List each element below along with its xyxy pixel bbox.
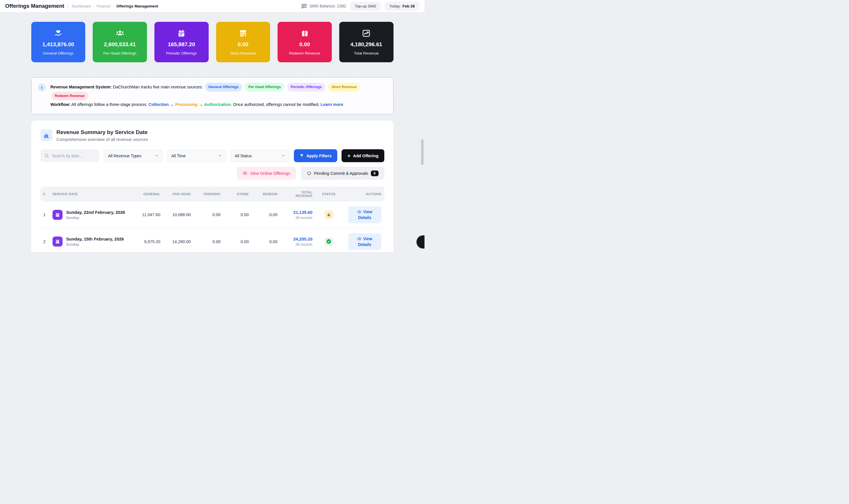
pending-commit-approvals-label: Pending Commit & Approvals — [314, 171, 368, 176]
filter-time-select[interactable]: All Time — [167, 149, 226, 162]
search-input[interactable] — [52, 153, 96, 158]
lock-icon — [327, 213, 331, 217]
store-amount: 0.00 — [223, 228, 252, 252]
scrollbar-thumb[interactable] — [421, 139, 423, 165]
view-online-offerings-label: View Online Offerings — [250, 171, 290, 176]
stat-label: Total Revenue — [342, 51, 391, 55]
sms-chat-icon — [301, 3, 307, 9]
stat-value: 165,887.20 — [157, 41, 206, 48]
stat-card-redeem-revenue: 0.00 Redeem Revenue — [277, 22, 332, 62]
page-title: Offerings Management — [5, 3, 64, 9]
badge-redeem-revenue: Redeem Revenue — [51, 92, 88, 101]
stat-label: Per Head Offerings — [95, 51, 145, 55]
records-count: 39 records — [283, 216, 312, 220]
breadcrumb-dashboard[interactable]: Dashboard — [72, 4, 91, 8]
status-badge — [325, 210, 333, 219]
top-bar: Offerings Management Dashboard - Finance… — [0, 0, 424, 12]
workflow-stage-collection: Collection — [148, 102, 168, 107]
breadcrumb-finance[interactable]: Finance — [96, 4, 110, 8]
periodic-amount: 0.00 — [194, 228, 223, 252]
view-details-button[interactable]: View Details — [348, 206, 381, 223]
redeem-amount: 0.00 — [252, 228, 281, 252]
add-offering-button[interactable]: + Add Offering — [342, 149, 384, 162]
add-offering-label: Add Offering — [353, 154, 379, 158]
sms-balance: SMS Balance: 2392 — [301, 3, 346, 9]
revenue-summary-panel: Revenue Summary by Service Date Comprehe… — [31, 121, 394, 252]
users-icon — [95, 29, 145, 38]
stat-value: 1,413,876.00 — [34, 41, 83, 48]
stat-cards: 1,413,876.00 General Offerings 2,600,533… — [31, 22, 394, 62]
info-banner: ! Revenue Management System: DaChurchMan… — [31, 77, 394, 114]
breadcrumb-current: Offerings Management — [116, 4, 158, 8]
col-total-revenue: TOTAL REVENUE — [281, 186, 315, 201]
eye-icon — [242, 171, 248, 176]
search-icon — [44, 153, 49, 158]
workflow-intro: All offerings follow a three-stage proce… — [71, 102, 147, 107]
badge-store-revenue: Store Revenue — [328, 83, 360, 92]
chat-fab-button[interactable] — [416, 235, 424, 249]
store-amount: 0.00 — [223, 201, 252, 228]
per-head-amount: 10,088.00 — [163, 201, 194, 228]
search-box — [40, 149, 100, 162]
today-chip: Today: Feb 28 — [385, 2, 419, 11]
workflow-heading: Workflow: — [51, 102, 71, 107]
col-store: STORE — [223, 186, 252, 201]
stat-label: General Offerings — [34, 51, 83, 55]
secondary-actions-row: View Online Offerings Pending Commit & A… — [40, 167, 384, 180]
stat-card-total-revenue: 4,180,296.61 Total Revenue — [339, 22, 394, 62]
stat-value: 4,180,296.61 — [342, 41, 391, 48]
filter-revenue-types-select[interactable]: All Revenue Types — [104, 149, 163, 162]
bar-chart-icon — [40, 129, 53, 141]
apply-filters-button[interactable]: Apply Filters — [294, 149, 338, 162]
panel-titles: Revenue Summary by Service Date Comprehe… — [56, 129, 148, 142]
breadcrumb: Dashboard - Finance - Offerings Manageme… — [72, 4, 158, 8]
badge-general-offerings: General Offerings — [205, 83, 242, 92]
calendar-icon — [53, 236, 62, 247]
filter-status-select[interactable]: All Status — [231, 149, 290, 162]
table-row: 1 Sunday, 22nd February, 2026 Sunday — [40, 201, 384, 228]
view-online-offerings-button[interactable]: View Online Offerings — [237, 167, 296, 180]
chevron-down-icon — [155, 154, 159, 158]
today-value: Feb 28 — [402, 4, 415, 8]
view-details-button[interactable]: View Details — [348, 233, 381, 250]
check-icon — [326, 239, 331, 244]
gift-icon — [280, 29, 329, 38]
per-head-amount: 14,280.00 — [163, 228, 194, 252]
badge-per-head-offerings: Per Head Offerings — [245, 83, 284, 92]
table-header: # SERVICE DATE GENERAL PER HEAD PERIODIC… — [40, 186, 384, 201]
filter-funnel-icon — [300, 154, 304, 158]
chart-line-icon — [342, 29, 391, 38]
breadcrumb-separator: - — [112, 4, 114, 8]
col-num: # — [40, 186, 50, 201]
learn-more-link[interactable]: Learn more — [321, 102, 343, 107]
banner-line-1: Revenue Management System: DaChurchMan t… — [51, 83, 387, 101]
stat-card-per-head-offerings: 2,600,533.41 Per Head Offerings — [93, 22, 147, 62]
total-revenue: 21,135.60 — [283, 210, 312, 215]
panel-subtitle: Comprehensive overview of all revenue so… — [56, 137, 148, 142]
banner-intro: DaChurchMan tracks five main revenue sou… — [113, 85, 203, 89]
stat-card-store-revenue: 0.00 Store Revenue — [216, 22, 270, 62]
hand-heart-icon — [34, 29, 83, 38]
redeem-amount: 0.00 — [252, 201, 281, 228]
filters-row: All Revenue Types All Time All Status Ap… — [40, 149, 384, 162]
pending-commit-approvals-button[interactable]: Pending Commit & Approvals 0 — [301, 167, 384, 180]
workflow-stage-processing: Processing — [175, 102, 197, 107]
col-per-head: PER HEAD — [163, 186, 194, 201]
records-count: 38 records — [283, 242, 312, 247]
banner-heading: Revenue Management System: — [51, 85, 112, 89]
workflow-outro: . Once authorized, offerings cannot be m… — [231, 102, 319, 107]
revenue-table: # SERVICE DATE GENERAL PER HEAD PERIODIC… — [40, 186, 384, 252]
service-date-cell: Sunday, 15th February, 2026 Sunday — [53, 236, 132, 247]
service-date: Sunday, 22nd February, 2026 — [66, 210, 125, 215]
banner-text: Revenue Management System: DaChurchMan t… — [51, 83, 387, 109]
plus-icon: + — [347, 153, 350, 158]
service-day: Sunday — [66, 242, 124, 247]
today-label: Today: — [389, 4, 401, 8]
filter-time-value: All Time — [171, 154, 186, 158]
spinner-icon — [307, 171, 311, 176]
workflow-stage-authorization: Authorization — [204, 102, 231, 107]
stat-value: 0.00 — [218, 41, 268, 48]
apply-filters-label: Apply Filters — [307, 154, 332, 158]
topup-sms-button[interactable]: Top-up SMS — [350, 2, 381, 11]
calendar-icon — [53, 210, 62, 220]
